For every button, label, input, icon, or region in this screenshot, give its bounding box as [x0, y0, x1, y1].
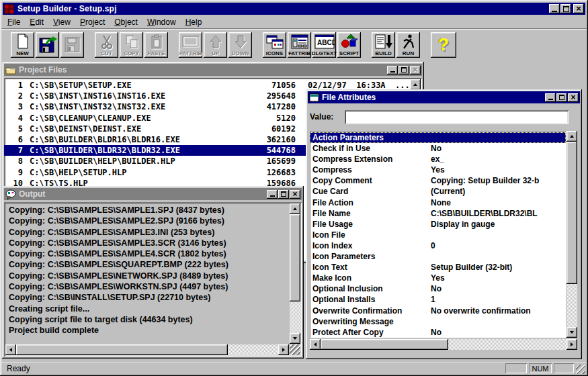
scrollbar-thumb[interactable]	[290, 214, 300, 301]
attribute-row[interactable]: Make IconYes	[310, 273, 566, 283]
attribute-row[interactable]: Optional Installs1	[310, 294, 566, 305]
scroll-left-button[interactable]	[310, 339, 321, 350]
log-line: Copying script file to target disk (4463…	[9, 314, 286, 325]
menu-help[interactable]: Help	[181, 16, 207, 28]
scrollbar-thumb[interactable]	[321, 339, 448, 350]
menu-window[interactable]: Window	[142, 16, 181, 28]
attribute-row[interactable]: File ActionNone	[310, 197, 566, 208]
attribute-row[interactable]: Overwrite ConfirmationNo overwrite confi…	[310, 306, 566, 316]
run-icon	[396, 32, 420, 50]
scroll-right-button[interactable]	[566, 339, 577, 350]
attribute-row[interactable]: File UsageDisplay in gauge	[310, 219, 566, 230]
attributes-list: Action Parameters Check if in UseNo Comp…	[310, 131, 566, 338]
attribute-row[interactable]: Optional InclusionNo	[310, 283, 566, 294]
menu-object[interactable]: Object	[110, 16, 142, 28]
output-titlebar[interactable]: Output ×	[4, 188, 302, 200]
folder-icon	[5, 66, 16, 75]
attribute-name: Protect After Copy	[312, 327, 431, 338]
dialog-text-button[interactable]: ABCD DLGTEXT	[312, 32, 336, 58]
attribute-row[interactable]: Icon Parameters	[310, 251, 566, 262]
attribute-row[interactable]: Overwriting Message	[310, 316, 566, 327]
project-files-titlebar[interactable]: Project Files ×	[4, 64, 422, 76]
maximize-button[interactable]	[556, 93, 567, 102]
scroll-right-button[interactable]	[278, 344, 289, 355]
attribute-row[interactable]: Protect After CopyNo	[310, 327, 566, 338]
minimize-button[interactable]	[545, 93, 556, 102]
attribute-value: Yes	[431, 273, 566, 283]
paste-button[interactable]: PASTE	[144, 32, 168, 58]
scroll-up-button[interactable]	[410, 79, 421, 90]
titlebar[interactable]: Setup Builder - Setup.spj ×	[3, 3, 585, 15]
value-input[interactable]	[345, 110, 569, 124]
maximize-icon	[401, 67, 407, 73]
attribute-value	[431, 230, 566, 240]
attribute-row[interactable]: Compress Extensionex_	[310, 154, 566, 164]
scroll-down-button[interactable]	[290, 333, 300, 344]
minimize-button[interactable]	[387, 66, 398, 75]
menu-file[interactable]: File	[3, 16, 25, 28]
attribute-row[interactable]: Copy CommentCopying: Setup Builder 32-b	[310, 175, 566, 186]
attribute-row-selected[interactable]: Action Parameters	[310, 132, 566, 143]
close-button[interactable]: ×	[573, 4, 584, 13]
move-up-button[interactable]: UP	[204, 32, 227, 58]
file-size: 60192	[223, 124, 296, 134]
file-attributes-titlebar[interactable]: File Attributes ×	[308, 91, 580, 103]
attribute-row[interactable]: Icon File	[310, 230, 566, 240]
vertical-scrollbar[interactable]	[290, 203, 300, 344]
new-button[interactable]: NEW	[11, 32, 34, 58]
horizontal-scrollbar[interactable]	[5, 344, 289, 355]
icons-window-button[interactable]: ICONS	[263, 32, 286, 58]
menu-view[interactable]: View	[48, 16, 75, 28]
attribute-row[interactable]: Cue Card(Current)	[310, 186, 566, 197]
help-button[interactable]: ?	[431, 32, 456, 58]
horizontal-scrollbar[interactable]	[310, 339, 577, 350]
attribute-row[interactable]: Icon Index0	[310, 240, 566, 251]
down-arrow-icon	[228, 32, 252, 50]
attribute-row[interactable]: Icon TextSetup Builder (32-bit)	[310, 262, 566, 273]
save-button[interactable]	[60, 32, 84, 58]
window-icon	[309, 93, 319, 102]
scrollbar-thumb[interactable]	[566, 142, 577, 284]
run-button[interactable]: RUN	[396, 32, 420, 58]
maximize-button[interactable]	[560, 4, 571, 13]
menu-project[interactable]: Project	[75, 16, 110, 28]
vertical-scrollbar[interactable]	[566, 131, 577, 338]
file-path: C:\SB\DEINST\DEINST.EXE	[30, 124, 223, 134]
close-button[interactable]: ×	[290, 190, 300, 199]
resize-grip[interactable]	[576, 365, 585, 374]
file-path: C:\SB\BUILDER\BLDR16\BLDR16.EXE	[30, 134, 223, 145]
scroll-left-button[interactable]	[5, 344, 16, 355]
minimize-button[interactable]	[549, 4, 560, 13]
maximize-button[interactable]	[278, 190, 289, 199]
cut-button[interactable]: CUT	[95, 32, 118, 58]
file-number: 6	[4, 134, 23, 145]
attribute-name: Overwriting Message	[312, 316, 431, 327]
attribute-name: Overwrite Confirmation	[312, 306, 431, 316]
save-floppy-icon	[60, 32, 84, 56]
copy-button[interactable]: COPY	[120, 32, 143, 58]
maximize-button[interactable]	[398, 66, 409, 75]
attribute-row[interactable]: File NameC:\SB\BUILDER\BLDR32\BL	[310, 208, 566, 219]
menu-edit[interactable]: Edit	[25, 16, 48, 28]
file-attributes-button[interactable]: FATTRIB	[288, 32, 311, 58]
scrollbar-thumb[interactable]	[16, 344, 228, 355]
move-down-button[interactable]: DOWN	[228, 32, 252, 58]
close-button[interactable]: ×	[568, 93, 579, 102]
close-button[interactable]: ×	[410, 66, 421, 75]
script-button[interactable]: SCRIPT	[337, 32, 361, 58]
open-button[interactable]	[36, 32, 59, 58]
attribute-name: Optional Inclusion	[312, 283, 431, 294]
attribute-row[interactable]: Check if in UseNo	[310, 143, 566, 154]
scroll-up-button[interactable]	[290, 203, 300, 214]
attribute-row[interactable]: CompressYes	[310, 164, 566, 175]
resize-grip[interactable]	[290, 344, 300, 355]
minimize-icon	[270, 195, 275, 197]
attribute-name: Optional Installs	[312, 294, 431, 305]
close-icon: ×	[576, 5, 581, 12]
app-icon	[4, 4, 15, 14]
scroll-up-button[interactable]	[566, 131, 577, 142]
project-attributes-button[interactable]: PATTRIB	[179, 32, 202, 58]
minimize-button[interactable]	[267, 190, 278, 199]
build-button[interactable]: BUILD	[372, 32, 395, 58]
scroll-down-button[interactable]	[566, 327, 577, 338]
